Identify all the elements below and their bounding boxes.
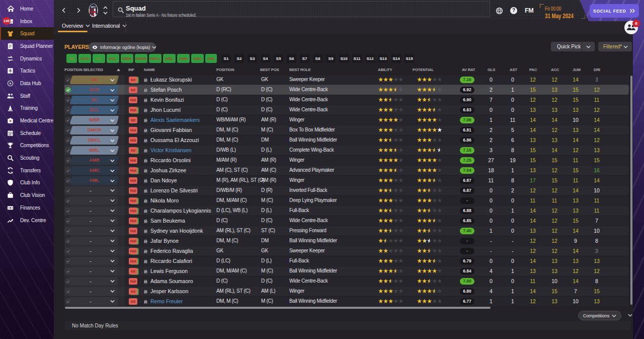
svg-text:BFC: BFC — [91, 6, 96, 9]
